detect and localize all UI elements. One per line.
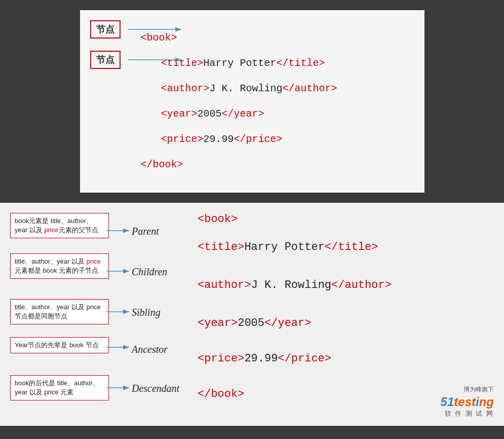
node-box-1: 节点 (90, 20, 121, 39)
bottom-xml-author: <author>J K. Rowling</author> (198, 279, 392, 291)
bottom-xml-title: <title>Harry Potter</title> (198, 241, 378, 253)
annotation-sibling: title、author、year 以及 price 节点都是同胞节点 (10, 299, 109, 324)
label-descendant: Descendant (132, 383, 179, 394)
xml-line-title: <title>Harry Potter</title> (141, 51, 409, 76)
ancestor-annotation-text: Year节点的先辈是 book 节点 (15, 341, 99, 349)
watermark-logo-51: 51 (441, 395, 454, 409)
xml-line-year: <year>2005</year> (141, 101, 409, 127)
label-children: Children (132, 266, 167, 278)
xml-display-box: 节点 节点 <book> <title>Harry Potter</title (80, 10, 424, 193)
xml-year-close: </year> (222, 108, 264, 120)
parent-annotation-text: book元素是 title、author、year 以及 price元素的父节点 (15, 217, 98, 234)
xml-author-value: J K. Rowling (210, 83, 283, 94)
label-ancestor: Ancestor (132, 344, 168, 355)
xml-year-value: 2005 (198, 108, 222, 120)
bottom-section: book元素是 title、author、year 以及 price元素的父节点… (0, 203, 504, 426)
annotation-parent: book元素是 title、author、year 以及 price元素的父节点 (10, 213, 109, 238)
xml-content-top: <book> <title>Harry Potter</title> <auth… (95, 20, 409, 177)
label-sibling: Sibling (132, 307, 161, 318)
sibling-annotation-text: title、author、year 以及 price 节点都是同胞节点 (15, 303, 101, 320)
bottom-xml-book-close: </book> (198, 388, 244, 400)
xml-line-book-open: <book> (141, 25, 409, 51)
xml-title-close: </title> (277, 57, 325, 69)
xml-year-open: <year> (161, 108, 198, 120)
node-box-2: 节点 (90, 51, 121, 69)
xml-line-book-close: </book> (141, 152, 409, 177)
children-annotation-text: title、author、year 以及 price 元素都是 book 元素的… (15, 258, 101, 274)
xml-line-price: <price>29.99</price> (141, 127, 409, 152)
watermark-logo-testing: testing (454, 395, 494, 409)
xml-price-close: </price> (234, 133, 283, 145)
xml-author-open: <author> (161, 83, 210, 94)
xml-title-open: <title> (161, 57, 204, 69)
node-label-2: 节点 (96, 55, 114, 65)
xml-line-author: <author>J K. Rowling</author> (141, 76, 409, 101)
bottom-xml-price: <price>29.99</price> (198, 352, 331, 365)
watermark-logo: 51testing (441, 395, 494, 409)
watermark: 博为峰旗下 51testing 软 件 测 试 网 (441, 385, 494, 418)
annotation-ancestor: Year节点的先辈是 book 节点 (10, 337, 109, 353)
watermark-top-text: 博为峰旗下 (441, 385, 494, 394)
xml-author-close: </author> (283, 83, 337, 94)
xml-price-value: 29.99 (204, 133, 234, 145)
bottom-xml-book-open: <book> (198, 213, 238, 226)
annotation-descendant: book的后代是 title、author、year 以及 price 元素 (10, 375, 109, 400)
node-label-1: 节点 (96, 25, 114, 35)
xml-book-close: </book> (141, 159, 183, 170)
annotation-children: title、author、year 以及 price 元素都是 book 元素的… (10, 253, 109, 279)
xml-title-value: Harry Potter (204, 57, 277, 69)
label-parent: Parent (132, 226, 159, 237)
top-section: 节点 节点 <book> <title>Harry Potter</title (0, 0, 504, 203)
descendant-annotation-text: book的后代是 title、author、year 以及 price 元素 (15, 379, 99, 396)
xml-book-open: <book> (141, 32, 177, 44)
bottom-xml-year: <year>2005</year> (198, 317, 311, 330)
watermark-sub-text: 软 件 测 试 网 (441, 409, 494, 418)
xml-price-open: <price> (161, 133, 204, 145)
